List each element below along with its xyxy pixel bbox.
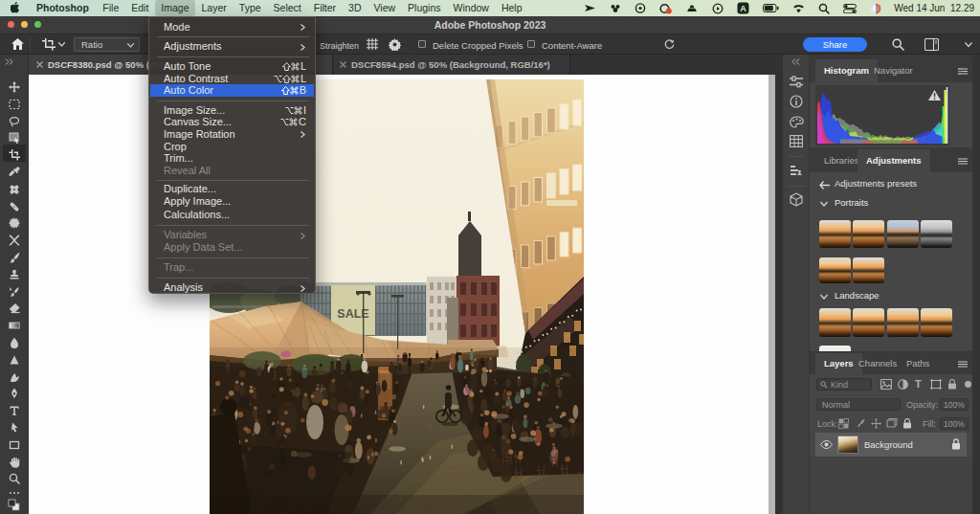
svg-text:SALE: SALE (337, 307, 368, 321)
svg-text:A: A (740, 4, 746, 13)
